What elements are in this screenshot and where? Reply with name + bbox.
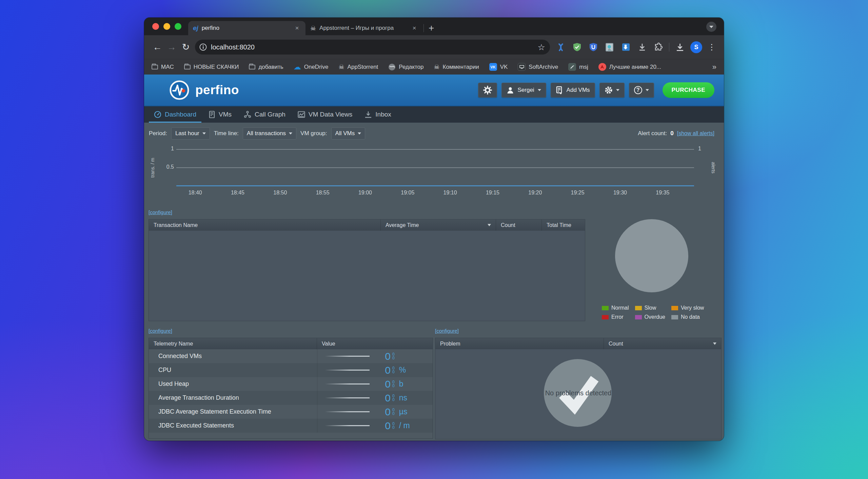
bookmark-folder-dobavit[interactable]: добавить <box>249 64 283 70</box>
site-info-icon[interactable] <box>199 43 207 51</box>
show-all-alerts-link[interactable]: [show all alerts] <box>677 130 714 137</box>
column-header-transaction-name[interactable]: Transaction Name <box>149 220 381 231</box>
server-plus-icon <box>556 86 563 94</box>
session-status-button[interactable] <box>478 83 497 98</box>
tab-close-icon[interactable]: × <box>411 24 418 32</box>
bookmark-anime[interactable]: Лучшие аниме 20... <box>598 63 661 71</box>
new-tab-button[interactable]: + <box>426 23 437 33</box>
screenshot-extension-icon[interactable] <box>605 43 614 52</box>
purchase-button[interactable]: PURCHASE <box>663 82 714 98</box>
chart-icon <box>298 111 305 118</box>
configure-telemetry-link[interactable]: [configure] <box>149 328 172 334</box>
problems-table-header: Problem Count <box>435 338 721 349</box>
telemetry-row-jdbc-executed-statements[interactable]: JDBC Executed Statements 0 0 0 / m <box>149 419 433 433</box>
extensions-puzzle-icon[interactable] <box>654 43 663 52</box>
vmgroup-select[interactable]: All VMs <box>331 127 366 140</box>
column-header-value[interactable]: Value <box>317 338 433 349</box>
telemetry-row-used-heap[interactable]: Used Heap 0 0 0 b <box>149 377 433 391</box>
transaction-status-pie-chart <box>615 219 688 292</box>
transactions-series-line <box>176 185 694 186</box>
bookmark-vk[interactable]: VK VK <box>489 63 508 71</box>
download-arrow-extension-icon[interactable] <box>637 43 647 52</box>
nav-tab-inbox[interactable]: Inbox <box>359 106 396 123</box>
forward-button[interactable]: → <box>164 40 179 55</box>
address-bar[interactable]: localhost:8020 ☆ <box>195 40 550 55</box>
perfino-logo-icon <box>169 80 190 100</box>
legend-swatch <box>635 315 642 319</box>
back-button[interactable]: ← <box>150 40 164 55</box>
bookmark-appstorrent[interactable]: ☠ AppStorrent <box>339 63 378 71</box>
telemetry-table-header: Telemetry Name Value <box>149 338 433 349</box>
column-header-average-time[interactable]: Average Time <box>381 220 496 231</box>
profile-avatar[interactable]: S <box>690 41 702 53</box>
header-buttons: Sergei Add VMs <box>478 82 714 98</box>
telemetry-value-cell: 0 0 0 / m <box>317 419 433 433</box>
bookmarks-overflow-button[interactable]: » <box>712 63 716 71</box>
blue-shield-extension-icon[interactable] <box>589 43 598 52</box>
url-text[interactable]: localhost:8020 <box>211 43 538 51</box>
period-value: Last hour <box>175 130 199 137</box>
telemetry-value: 0 <box>382 378 391 390</box>
tab-search-chevron-button[interactable] <box>706 22 716 32</box>
user-menu-button[interactable]: Sergei <box>501 83 546 98</box>
help-menu-button[interactable]: ? <box>629 83 654 98</box>
ribbon-extension-icon[interactable] <box>556 43 565 52</box>
transactions-table-body <box>149 231 585 321</box>
telemetry-row-cpu[interactable]: CPU 0 0 0 % <box>149 363 433 377</box>
bookmark-redaktor[interactable]: Редактор <box>388 63 423 71</box>
nav-tab-dashboard[interactable]: Dashboard <box>149 106 201 123</box>
column-header-count[interactable]: Count <box>604 338 721 349</box>
browser-menu-button[interactable]: ⋮ <box>706 42 718 52</box>
nav-tab-call-graph[interactable]: Call Graph <box>239 106 291 123</box>
column-header-problem[interactable]: Problem <box>435 338 604 349</box>
telemetry-table-footer <box>149 433 433 438</box>
period-select[interactable]: Last hour <box>171 127 210 140</box>
telemetry-value-cell: 0 0 0 % <box>317 363 433 377</box>
browser-tab-appstorrent[interactable]: ☠ Appstorrent – Игры и програ × <box>305 21 423 35</box>
nav-tab-vms[interactable]: VMs <box>203 106 237 123</box>
bookmark-onedrive[interactable]: ☁ OneDrive <box>294 63 329 71</box>
bookmark-softarchive[interactable]: SoftArchive <box>518 63 558 71</box>
bookmark-folder-novye-skachki[interactable]: НОВЫЕ СКАЧКИ <box>184 64 239 70</box>
bookmark-label: MAC <box>161 64 174 70</box>
nav-tab-vm-data-views[interactable]: VM Data Views <box>293 106 358 123</box>
telemetry-row-jdbc-avg-statement-time[interactable]: JDBC Average Statement Execution Time 0 … <box>149 405 433 419</box>
sparkline <box>325 425 370 426</box>
telemetry-row-connected-vms[interactable]: Connected VMs 0 0 0 <box>149 349 433 363</box>
configure-transactions-link[interactable]: [configure] <box>149 209 172 215</box>
legend-item-slow: Slow <box>635 305 665 311</box>
gridline-1 <box>176 149 694 150</box>
downloads-button[interactable] <box>673 40 687 55</box>
problems-table: Problem Count No problems <box>435 338 722 439</box>
telemetry-row-avg-transaction-duration[interactable]: Average Transaction Duration 0 0 0 ns <box>149 391 433 405</box>
bookmark-kommentarii[interactable]: ☠ Комментарии <box>434 63 479 71</box>
extensions-row <box>556 43 663 52</box>
column-header-count[interactable]: Count <box>496 220 542 231</box>
adguard-shield-icon[interactable] <box>572 43 581 52</box>
bookmark-folder-mac[interactable]: MAC <box>152 64 174 70</box>
bookmarks-bar: MAC НОВЫЕ СКАЧКИ добавить ☁ OneDrive ☠ A… <box>144 59 724 75</box>
reload-button[interactable]: ↻ <box>179 40 193 55</box>
timeline-select[interactable]: All transactions <box>243 127 296 140</box>
column-header-total-time[interactable]: Total Time <box>542 220 585 231</box>
pie-legend: Normal Slow Very slow Error <box>602 305 704 320</box>
bookmark-star-icon[interactable]: ☆ <box>538 42 545 52</box>
zoom-window-button[interactable] <box>175 23 181 30</box>
settings-menu-button[interactable] <box>599 83 625 98</box>
browser-tab-perfino[interactable]: ej perfino × <box>188 21 305 35</box>
telemetry-unit: µs <box>399 407 408 416</box>
close-window-button[interactable] <box>152 23 159 30</box>
bookmark-label: Лучшие аниме 20... <box>609 64 661 70</box>
bookmark-msj[interactable]: msj <box>568 63 588 71</box>
configure-problems-link[interactable]: [configure] <box>435 328 459 334</box>
sort-descending-icon <box>488 224 491 226</box>
column-header-telemetry-name[interactable]: Telemetry Name <box>149 338 317 349</box>
dashboard-content: Period: Last hour Time line: All transac… <box>144 123 724 441</box>
monitor-icon <box>518 63 526 71</box>
telemetry-value: 0 <box>382 351 391 362</box>
add-vms-button[interactable]: Add VMs <box>551 83 595 98</box>
minimize-window-button[interactable] <box>163 23 170 30</box>
column-label: Transaction Name <box>154 222 198 228</box>
tab-close-icon[interactable]: × <box>293 24 301 32</box>
savefrom-extension-icon[interactable] <box>621 43 630 52</box>
